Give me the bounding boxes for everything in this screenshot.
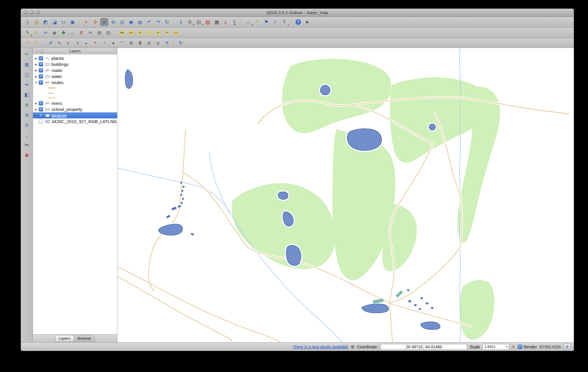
change-label-button[interactable]: abc [127,29,135,37]
fill-ring-button[interactable]: ◒ [82,39,90,47]
layer-visibility-checkbox[interactable]: ✓ [39,80,43,85]
map-tips-button[interactable]: ❝ [254,18,261,26]
split-parts-button[interactable]: ⋕ [136,39,144,47]
layer-item-water[interactable]: ▶✓water [33,73,117,79]
symbology-item[interactable] [33,90,117,95]
open-project-button[interactable]: ▤ [33,18,40,26]
layer-item-routes[interactable]: ▼✓routes [33,79,117,85]
show-bookmarks-button[interactable]: ⚐ [271,18,279,26]
expand-icon[interactable]: ▶ [34,63,38,66]
reshape-features-button[interactable]: ◕ [109,39,117,47]
layer-item-buildings[interactable]: ▶✓buildings [33,61,117,67]
undo-button[interactable]: ↶ [24,39,32,47]
deselect-features-button[interactable]: ▨ [204,18,212,26]
symbology-item[interactable] [33,85,117,90]
add-postgis-layer-button[interactable]: ◫ [23,70,31,79]
save-layer-edits-button[interactable]: ✑ [42,29,49,37]
add-vector-layer-button[interactable]: V+ [23,50,31,58]
split-features-button[interactable]: ⋔ [127,39,135,47]
plugin-icon[interactable]: ⚙ [351,345,354,349]
expand-icon[interactable]: ▶ [34,69,38,72]
toggle-editing-button[interactable]: ✎ [33,29,40,37]
rotate-feature-button[interactable]: ↺ [47,39,54,47]
crs-status-button[interactable]: ⊕ [563,344,571,350]
simplify-feature-button[interactable]: ∿ [56,39,63,47]
layer-item-3420C_2010_327_RGB_LATLNG[interactable]: 3420C_2010_327_RGB_LATLNG [33,118,117,124]
pan-map-button[interactable]: ✛ [82,18,90,26]
zoom-to-layer-button[interactable]: ◍ [136,18,144,26]
new-shapefile-layer-button[interactable]: V✎ [23,141,31,149]
move-label-button[interactable]: ab [154,29,162,37]
add-part-button[interactable]: ◑ [73,39,81,47]
add-wcs-layer-button[interactable]: ⊚ [23,111,31,119]
add-wms-layer-button[interactable]: ⊛ [23,101,31,109]
add-raster-layer-button[interactable]: ▦ [23,60,31,68]
zoom-window-button[interactable] [36,11,40,14]
layer-item-landuse[interactable]: ▶✓landuse [33,112,117,118]
scale-combobox[interactable]: 1:6911 ▾ [482,344,509,350]
move-feature-button[interactable]: ↔ [69,29,76,37]
save-project-as-button[interactable]: ◪ [51,18,58,26]
add-ring-button[interactable]: ◐ [64,39,72,47]
show-hide-labels-button[interactable]: ab [145,29,153,37]
expand-icon[interactable]: ▶ [34,57,38,60]
run-feature-action-button[interactable]: ⚙▾ [186,18,194,26]
refresh-map-button[interactable]: ↻ [163,18,171,26]
stop-render-icon[interactable]: ✎ [512,345,515,349]
remove-layer-button[interactable]: ✖ [23,151,31,159]
cut-features-button[interactable]: ✂ [86,29,94,37]
node-tool-button[interactable]: ◈ [51,29,58,37]
render-checkbox-box[interactable]: ✓ [518,345,522,349]
add-feature-button[interactable]: ✚ [60,29,67,37]
collapse-icon[interactable]: ▼ [34,81,38,84]
symbology-item[interactable] [33,95,117,100]
layer-item-roads[interactable]: ▶✓roads [33,67,117,73]
panel-close-icon[interactable]: × [35,49,39,53]
panel-float-icon[interactable]: ◻ [40,49,44,53]
zoom-in-button[interactable]: ⊕ [100,18,108,26]
labeling-button[interactable]: abc [118,29,126,37]
add-delimited-text-layer-button[interactable]: , [23,131,31,139]
current-edits-button[interactable]: ✎▾ [24,29,32,37]
tab-layers[interactable]: Layers [55,335,74,342]
identify-features-button[interactable]: ℹ [177,18,185,26]
add-mssql-layer-button[interactable]: ◧ [23,91,31,99]
layer-visibility-checkbox[interactable] [39,119,43,124]
redo-button[interactable]: ↷ [33,39,40,47]
new-project-button[interactable]: ▯ [24,18,32,26]
whats-this-button[interactable]: ➤ [303,18,311,26]
layer-item-rivers[interactable]: ▶✓rivers [33,100,117,106]
measure-button[interactable]: ▱▾ [245,18,252,26]
layer-visibility-checkbox[interactable]: ✓ [39,74,43,79]
layer-visibility-checkbox[interactable]: ✓ [39,107,43,111]
expand-icon[interactable]: ▶ [34,75,38,78]
tab-browser[interactable]: Browser [74,335,95,342]
zoom-last-button[interactable]: ↶ [145,18,153,26]
layer-item-places[interactable]: ▶✓places [33,55,117,61]
delete-ring-button[interactable]: ◓ [91,39,99,47]
pan-to-selection-button[interactable]: ✜ [91,18,99,26]
delete-selected-button[interactable]: ✗ [77,29,85,37]
chevron-down-icon[interactable]: ▾ [506,345,507,348]
add-wfs-layer-button[interactable]: ⊙ [23,121,31,129]
zoom-to-selection-button[interactable]: ◉ [127,18,135,26]
select-features-button[interactable]: ▧▾ [195,18,203,26]
layer-visibility-checkbox[interactable]: ✓ [39,101,43,105]
delete-part-button[interactable]: ◔ [100,39,108,47]
merge-features-button[interactable]: ⊎ [145,39,153,47]
layer-visibility-checkbox[interactable]: ✓ [39,113,43,118]
layer-visibility-checkbox[interactable]: ✓ [39,62,43,66]
layer-visibility-checkbox[interactable]: ✓ [39,56,43,60]
map-canvas[interactable] [117,48,574,342]
rotate-point-symbols-button[interactable]: ✳ [163,39,171,47]
text-annotation-button[interactable]: T▾ [280,18,288,26]
coordinate-input[interactable] [380,344,467,350]
rotate-label-button[interactable]: ab [163,29,171,37]
circular-arrow-button[interactable]: ↻ [177,39,185,47]
open-attribute-table-button[interactable]: ▦ [213,18,221,26]
copy-features-button[interactable]: ⊞ [95,29,103,37]
minimize-button[interactable] [30,11,34,14]
save-project-button[interactable]: ◩ [42,18,49,26]
select-by-expression-button[interactable]: ε [222,18,230,26]
change-label-properties-button[interactable]: ab [172,29,180,37]
